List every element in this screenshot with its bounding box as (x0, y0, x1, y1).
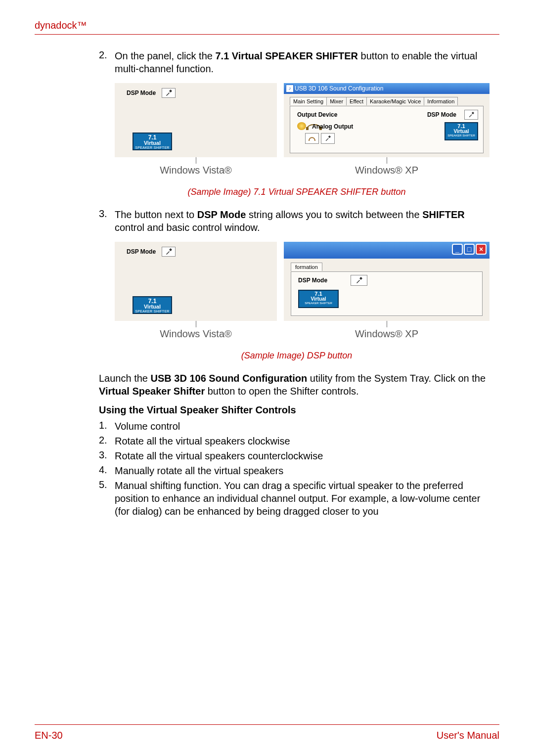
step-3-bold-1: DSP Mode (197, 209, 246, 220)
step-3-after: control and basic control window. (115, 222, 260, 233)
step-2: 2. On the panel, click the 7.1 Virtual S… (99, 49, 494, 75)
launch-paragraph: Launch the USB 3D 106 Sound Configuratio… (99, 372, 494, 398)
figure-2-vista: DSP Mode 7.1 Virtual SPEAKER SHIFTER Win… (115, 242, 277, 340)
pointer-line (387, 320, 387, 327)
tab-information[interactable]: Information (424, 97, 458, 105)
tab-mixer[interactable]: Mixer (326, 97, 347, 105)
os-label-xp: Windows® XP (355, 328, 418, 340)
figure-1-vista-panel: DSP Mode 7.1 Virtual SPEAKER SHIFTER (115, 83, 277, 157)
os-label-vista: Windows Vista® (160, 165, 232, 176)
os-label-xp: Windows® XP (355, 165, 418, 176)
badge-line-2: Virtual (134, 304, 171, 310)
pointer-line (196, 157, 196, 164)
virtual-speaker-shifter-button[interactable]: 7.1 Virtual SPEAKER SHIFTER (133, 133, 172, 150)
svg-rect-0 (306, 127, 309, 130)
list-item-2: 2. Rotate all the virtual speakers clock… (99, 435, 494, 447)
xp-window-title: USB 3D 106 Sound Configuration (295, 85, 383, 92)
figure-1-xp: ♪ USB 3D 106 Sound Configuration Main Se… (284, 83, 490, 176)
footer: EN-30 User's Manual (35, 724, 499, 741)
maximize-button[interactable]: □ (464, 244, 475, 255)
figure-1-xp-window: ♪ USB 3D 106 Sound Configuration Main Se… (284, 83, 490, 157)
close-button[interactable]: × (476, 244, 487, 255)
step-3-mid: string allows you to switch between the (246, 209, 422, 220)
badge-line-2: Virtual (445, 129, 477, 134)
dsp-mode-button-xp2[interactable] (351, 275, 367, 286)
figure-2-vista-panel: DSP Mode 7.1 Virtual SPEAKER SHIFTER (115, 242, 277, 321)
dsp-mode-button[interactable] (162, 247, 176, 257)
list-item-3: 3. Rotate all the virtual speakers count… (99, 449, 494, 462)
launch-t2: utility from the System Tray. Click on t… (307, 373, 486, 384)
dsp-mode-button[interactable] (162, 88, 176, 98)
dsp-mode-label: DSP Mode (127, 248, 156, 255)
footer-rule (35, 724, 499, 725)
badge-line-3: SPEAKER SHIFTER (134, 146, 171, 149)
launch-b1: USB 3D 106 Sound Configuration (151, 373, 308, 384)
launch-t1: Launch the (99, 373, 151, 384)
virtual-speaker-shifter-button[interactable]: 7.1 Virtual SPEAKER SHIFTER (133, 296, 172, 314)
list-5-num: 5. (99, 479, 115, 518)
virtual-speaker-shifter-button-xp[interactable]: 7.1 Virtual SPEAKER SHIFTER (445, 122, 478, 140)
tab-information-cropped[interactable]: formation (291, 263, 322, 271)
header-brand: dynadock™ (35, 20, 499, 34)
footer-manual-label: User's Manual (437, 730, 499, 741)
header-rule (35, 34, 499, 35)
tab-effect[interactable]: Effect (346, 97, 367, 105)
headphone-small-icon (308, 135, 316, 141)
hammer-icon (468, 112, 474, 118)
step-2-bold: 7.1 Virtual SPEAKER SHIFTER (215, 50, 358, 61)
pointer-line (387, 157, 387, 164)
list-1-num: 1. (99, 420, 115, 433)
step-3: 3. The button next to DSP Mode string al… (99, 208, 494, 234)
figure-1-caption: (Sample Image) 7.1 Virtual SPEAKER SHIFT… (99, 187, 494, 197)
headphone-mode-button[interactable] (305, 133, 319, 144)
xp2-body: DSP Mode 7.1 Virtual SPEAKER SHIFTER (291, 271, 483, 316)
hammer-icon (165, 89, 172, 96)
pointer-line (196, 320, 196, 327)
footer-page-number: EN-30 (35, 730, 63, 741)
list-1-text: Volume control (115, 420, 494, 433)
xp-tab-body: Output Device Analog Output (290, 106, 484, 153)
dsp-mode-label-xp2: DSP Mode (298, 277, 327, 284)
list-item-4: 4. Manually rotate all the virtual speak… (99, 464, 494, 477)
step-2-before: On the panel, click the (115, 50, 215, 61)
virtual-speaker-shifter-button-xp2[interactable]: 7.1 Virtual SPEAKER SHIFTER (298, 290, 339, 308)
badge-line-2: Virtual (134, 140, 171, 146)
hammer-icon (356, 277, 362, 284)
hammer-icon (165, 248, 172, 255)
figure-1-vista: DSP Mode 7.1 Virtual SPEAKER SHIFTER Win… (115, 83, 277, 176)
list-item-5: 5. Manual shifting function. You can dra… (99, 479, 494, 518)
step-2-text: On the panel, click the 7.1 Virtual SPEA… (115, 49, 494, 75)
list-2-text: Rotate all the virtual speakers clockwis… (115, 435, 494, 447)
hammer-icon (325, 135, 331, 141)
window-controls: _ □ × (452, 244, 487, 255)
list-5-text: Manual shifting function. You can drag a… (115, 479, 494, 518)
xp-window-titlebar: ♪ USB 3D 106 Sound Configuration (284, 83, 490, 94)
os-label-vista: Windows Vista® (160, 328, 232, 340)
figure-1-row: DSP Mode 7.1 Virtual SPEAKER SHIFTER Win… (115, 83, 494, 176)
figure-2-row: DSP Mode 7.1 Virtual SPEAKER SHIFTER Win… (115, 242, 494, 340)
launch-t3: button to open the Shifter controls. (205, 386, 358, 397)
step-3-before: The button next to (115, 209, 197, 220)
dsp-mode-button-xp[interactable] (464, 110, 478, 120)
toggle-button[interactable] (321, 133, 335, 144)
list-2-num: 2. (99, 435, 115, 447)
step-2-number: 2. (99, 49, 115, 75)
step-3-bold-2: SHIFTER (422, 209, 465, 220)
list-4-text: Manually rotate all the virtual speakers (115, 464, 494, 477)
launch-b2: Virtual Speaker Shifter (99, 386, 205, 397)
step-3-number: 3. (99, 208, 115, 234)
figure-2-caption: (Sample Image) DSP button (99, 351, 494, 361)
output-device-label: Output Device (297, 111, 337, 118)
badge-line-3: SPEAKER SHIFTER (445, 134, 477, 137)
figure-2-xp: _ □ × formation DSP Mode 7.1 Virtual (284, 242, 490, 340)
badge-line-3: SPEAKER SHIFTER (299, 302, 338, 305)
minimize-button[interactable]: _ (452, 244, 463, 255)
xp-tabs: Main Setting Mixer Effect Karaoke/Magic … (290, 97, 457, 105)
figure-2-xp-window: _ □ × formation DSP Mode 7.1 Virtual (284, 242, 490, 321)
tab-karaoke[interactable]: Karaoke/Magic Voice (366, 97, 424, 105)
step-3-text: The button next to DSP Mode string allow… (115, 208, 494, 234)
badge-line-3: SPEAKER SHIFTER (134, 310, 171, 313)
tab-main-setting[interactable]: Main Setting (290, 97, 327, 105)
badge-line-2: Virtual (299, 297, 338, 302)
subheading: Using the Virtual Speaker Shifter Contro… (99, 404, 494, 416)
